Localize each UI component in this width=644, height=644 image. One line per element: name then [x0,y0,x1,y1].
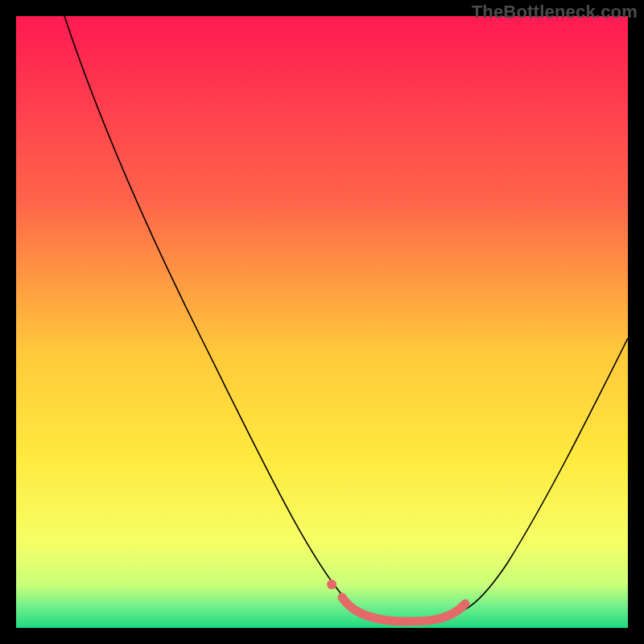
gradient-background [16,16,628,628]
highlight-dot-left [327,580,336,589]
chart-plot [16,16,628,628]
watermark-text: TheBottleneck.com [472,2,638,23]
chart-frame [16,16,628,628]
